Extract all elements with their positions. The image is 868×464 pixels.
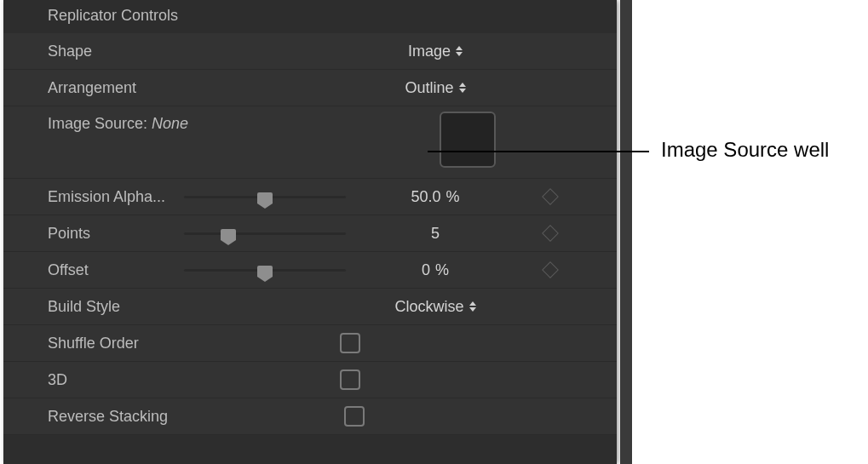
emission-label: Emission Alpha... [48,188,184,206]
arrangement-label: Arrangement [48,79,184,97]
callout-label: Image Source well [661,138,829,162]
reverse-label: Reverse Stacking [48,408,193,426]
chevron-updown-icon [456,46,463,56]
row-3d: 3D [3,362,617,398]
arrangement-value: Outline [405,79,453,97]
shape-value: Image [408,43,451,60]
emission-slider[interactable] [184,190,346,203]
points-label: Points [48,225,184,243]
image-source-label: Image Source: None [48,115,188,133]
build-style-dropdown[interactable]: Clockwise [354,289,516,324]
points-value-field[interactable]: 5 [354,215,516,251]
chevron-updown-icon [459,83,466,93]
three-d-label: 3D [48,371,184,389]
keyframe-icon[interactable] [542,188,559,205]
offset-label: Offset [48,261,184,279]
scrollbar[interactable] [620,0,632,464]
offset-slider[interactable] [184,263,346,277]
row-image-source: Image Source: None [3,106,617,179]
row-points: Points 5 [3,215,617,252]
section-header: Replicator Controls [3,0,617,33]
arrangement-dropdown[interactable]: Outline [354,70,516,106]
keyframe-icon[interactable] [542,225,559,242]
row-reverse-stacking: Reverse Stacking [3,398,617,435]
points-slider[interactable] [184,226,346,240]
row-arrangement: Arrangement Outline [3,70,617,106]
emission-value-field[interactable]: 50.0 % [354,179,516,215]
image-source-well[interactable] [440,112,496,168]
chevron-updown-icon [469,301,476,312]
row-build-style: Build Style Clockwise [3,289,617,325]
row-emission-alpha: Emission Alpha... 50.0 % [3,179,617,215]
offset-value-field[interactable]: 0 % [354,252,516,288]
keyframe-icon[interactable] [542,261,559,278]
three-d-checkbox[interactable] [340,369,360,390]
inspector-panel: Replicator Controls Shape Image Arrangem… [3,0,617,464]
shuffle-label: Shuffle Order [48,335,184,352]
image-source-value: None [152,115,188,132]
build-style-label: Build Style [48,298,184,316]
row-shape: Shape Image [3,33,617,70]
row-shuffle-order: Shuffle Order [3,325,617,362]
shuffle-checkbox[interactable] [340,333,360,353]
row-offset: Offset 0 % [3,252,617,289]
reverse-checkbox[interactable] [344,406,365,427]
shape-dropdown[interactable]: Image [354,33,516,69]
build-style-value: Clockwise [394,298,463,316]
callout-line [428,151,649,152]
shape-label: Shape [48,43,184,60]
